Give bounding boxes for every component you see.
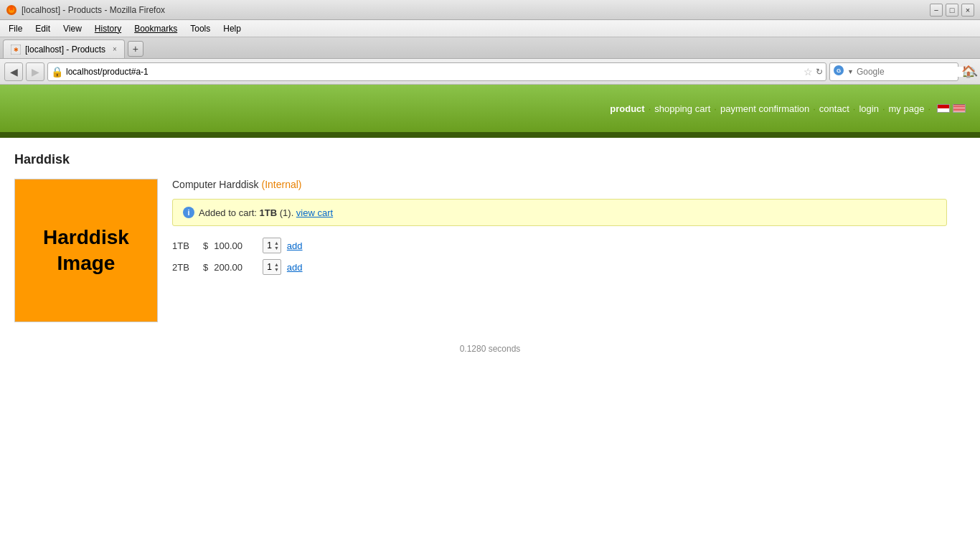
menu-file[interactable]: File bbox=[3, 22, 28, 35]
page-title: Harddisk bbox=[14, 152, 966, 167]
product-image-label: Harddisk Image bbox=[43, 225, 129, 277]
maximize-button[interactable]: □ bbox=[946, 4, 958, 17]
tab-favicon: ✱ bbox=[11, 44, 21, 55]
qty-arrows-2tb[interactable]: ▲ ▼ bbox=[274, 262, 279, 272]
flag-indonesia[interactable] bbox=[937, 104, 950, 113]
tab-close-button[interactable]: × bbox=[113, 45, 117, 53]
menu-edit[interactable]: Edit bbox=[29, 22, 56, 35]
product-details: Computer Harddisk (Internal) i Added to … bbox=[172, 179, 966, 275]
info-icon: i bbox=[183, 207, 194, 218]
window-title: [localhost] - Products - Mozilla Firefox bbox=[22, 5, 165, 15]
nav-separator-1: · bbox=[649, 103, 651, 114]
qty-value-1tb: 1 bbox=[265, 240, 274, 250]
new-tab-button[interactable]: + bbox=[128, 41, 143, 57]
price-2tb: 200.00 bbox=[214, 262, 257, 273]
forward-button[interactable]: ▶ bbox=[26, 62, 44, 81]
home-button[interactable]: 🏠 bbox=[961, 65, 976, 78]
product-name: Computer Harddisk (Internal) bbox=[172, 179, 966, 190]
qty-selector-2tb[interactable]: 1 ▲ ▼ bbox=[263, 259, 281, 275]
window-controls: − □ × bbox=[930, 4, 974, 17]
back-button[interactable]: ◀ bbox=[4, 62, 23, 81]
product-area: Harddisk Image Computer Harddisk (Intern… bbox=[14, 179, 966, 322]
menu-bookmarks[interactable]: Bookmarks bbox=[128, 22, 183, 35]
currency-1tb: $ bbox=[203, 240, 208, 251]
menu-tools[interactable]: Tools bbox=[184, 22, 216, 35]
view-cart-link[interactable]: view cart bbox=[296, 207, 333, 218]
nav-separator-3: · bbox=[813, 103, 816, 114]
back-icon: ◀ bbox=[10, 66, 18, 78]
minimize-button[interactable]: − bbox=[930, 4, 943, 17]
site-nav: product · shopping cart · payment confir… bbox=[610, 103, 966, 114]
nav-separator-6: · bbox=[928, 103, 930, 114]
product-image: Harddisk Image bbox=[14, 179, 158, 322]
site-header: product · shopping cart · payment confir… bbox=[0, 85, 980, 135]
titlebar: [localhost] - Products - Mozilla Firefox… bbox=[0, 0, 980, 20]
notification-bold: 1TB bbox=[260, 207, 278, 218]
nav-contact[interactable]: contact bbox=[819, 103, 849, 114]
product-type: (Internal) bbox=[262, 179, 302, 190]
timing-text: 0.1280 seconds bbox=[460, 344, 521, 354]
search-input[interactable] bbox=[857, 67, 964, 77]
address-input[interactable] bbox=[66, 67, 801, 77]
product-row-2tb: 2TB $ 200.00 1 ▲ ▼ add bbox=[172, 259, 966, 275]
cart-notification: i Added to cart: 1TB (1). view cart bbox=[172, 199, 947, 226]
site-favicon: 🔒 bbox=[51, 66, 63, 78]
nav-shopping-cart[interactable]: shopping cart bbox=[654, 103, 710, 114]
address-bar[interactable]: 🔒 ☆ ↻ bbox=[47, 62, 826, 81]
nav-separator-4: · bbox=[853, 103, 856, 114]
svg-text:G: G bbox=[837, 67, 841, 74]
product-row-1tb: 1TB $ 100.00 1 ▲ ▼ add bbox=[172, 238, 966, 253]
page-footer: 0.1280 seconds bbox=[14, 322, 966, 361]
capacity-1tb: 1TB bbox=[172, 240, 197, 251]
tab-label: [localhost] - Products bbox=[25, 44, 105, 55]
search-engine-dropdown-icon[interactable]: ▼ bbox=[847, 68, 854, 75]
search-bar[interactable]: G ▼ 🔍 bbox=[829, 62, 958, 81]
nav-mypage[interactable]: my page bbox=[889, 103, 925, 114]
qty-selector-1tb[interactable]: 1 ▲ ▼ bbox=[263, 238, 281, 253]
reload-button[interactable]: ↻ bbox=[816, 67, 823, 77]
browser-icon bbox=[6, 4, 17, 16]
search-engine-icon[interactable]: G bbox=[833, 65, 844, 78]
navbar: ◀ ▶ 🔒 ☆ ↻ G ▼ 🔍 🏠 bbox=[0, 59, 980, 85]
nav-payment[interactable]: payment confirmation bbox=[720, 103, 809, 114]
qty-value-2tb: 1 bbox=[265, 262, 274, 272]
page-content: Harddisk Harddisk Image Computer Harddis… bbox=[0, 138, 980, 375]
tabbar: ✱ [localhost] - Products × + bbox=[0, 37, 980, 59]
close-button[interactable]: × bbox=[961, 4, 974, 17]
notification-text: Added to cart: 1TB (1). view cart bbox=[199, 207, 333, 218]
nav-login[interactable]: login bbox=[859, 103, 878, 114]
forward-icon: ▶ bbox=[32, 66, 39, 78]
product-options: 1TB $ 100.00 1 ▲ ▼ add 2TB $ bbox=[172, 238, 966, 275]
flag-usa[interactable] bbox=[953, 104, 966, 113]
menu-history[interactable]: History bbox=[89, 22, 127, 35]
capacity-2tb: 2TB bbox=[172, 262, 197, 273]
price-1tb: 100.00 bbox=[214, 240, 257, 251]
menu-help[interactable]: Help bbox=[217, 22, 247, 35]
currency-2tb: $ bbox=[203, 262, 208, 273]
add-button-2tb[interactable]: add bbox=[287, 262, 303, 273]
bookmark-star-icon[interactable]: ☆ bbox=[804, 66, 813, 78]
svg-text:✱: ✱ bbox=[14, 47, 19, 53]
browser-tab[interactable]: ✱ [localhost] - Products × bbox=[3, 39, 125, 58]
nav-product[interactable]: product bbox=[610, 103, 644, 114]
nav-separator-2: · bbox=[714, 103, 717, 114]
add-button-1tb[interactable]: add bbox=[287, 240, 303, 251]
qty-arrows-1tb[interactable]: ▲ ▼ bbox=[274, 240, 279, 250]
menu-view[interactable]: View bbox=[57, 22, 88, 35]
menubar: File Edit View History Bookmarks Tools H… bbox=[0, 20, 980, 37]
nav-separator-5: · bbox=[882, 103, 885, 114]
